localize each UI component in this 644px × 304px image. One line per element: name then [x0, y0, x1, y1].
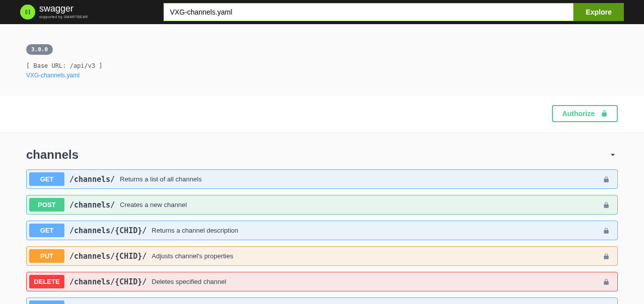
operations-list: GET/channels/Returns a list of all chann… [26, 169, 618, 304]
lock-icon [603, 227, 610, 234]
tag-section: channels GET/channels/Returns a list of … [26, 133, 618, 304]
operation-row[interactable]: GET/channels/{CHID}/meta/Returns array o… [26, 297, 618, 304]
explore-button[interactable]: Explore [574, 3, 624, 21]
authorize-button[interactable]: Authorize [552, 105, 618, 122]
spec-file-link[interactable]: VXG-channels.yaml [26, 72, 79, 79]
svg-point-2 [26, 13, 27, 14]
method-badge: GET [29, 172, 64, 186]
svg-point-1 [26, 12, 27, 13]
operation-path: /channels/{CHID}/ [69, 226, 147, 235]
operation-description: Returns a list of all channels [120, 175, 603, 183]
method-badge: GET [29, 300, 64, 304]
svg-point-5 [29, 13, 30, 14]
logo-subtext: supported by SMARTBEAR [39, 15, 88, 19]
method-badge: PUT [29, 249, 64, 263]
operation-description: Deletes specified channel [152, 278, 603, 285]
tag-header[interactable]: channels [26, 143, 618, 169]
logo[interactable]: swagger supported by SMARTBEAR [20, 5, 88, 20]
operation-row[interactable]: GET/channels/Returns a list of all chann… [26, 169, 618, 189]
operation-description: Returns a channel description [152, 227, 603, 234]
operation-path: /channels/{CHID}/ [69, 277, 147, 286]
operation-path: /channels/{CHID}/ [69, 252, 147, 261]
operation-row[interactable]: DELETE/channels/{CHID}/Deletes specified… [26, 272, 618, 291]
lock-open-icon [601, 110, 608, 117]
lock-icon [603, 253, 610, 260]
svg-point-4 [29, 12, 30, 13]
svg-point-0 [26, 10, 27, 11]
method-badge: GET [29, 224, 64, 237]
lock-icon [603, 176, 610, 183]
chevron-down-icon [608, 150, 618, 160]
base-url: [ Base URL: /api/v3 ] [26, 62, 618, 69]
operation-description: Creates a new channel [120, 201, 603, 209]
operation-description: Adjusts channel's properties [152, 252, 603, 260]
method-badge: DELETE [29, 275, 64, 288]
operation-row[interactable]: PUT/channels/{CHID}/Adjusts channel's pr… [26, 246, 618, 266]
swagger-logo-icon [20, 5, 35, 20]
topbar: swagger supported by SMARTBEAR Explore [0, 0, 644, 24]
authorize-label: Authorize [562, 110, 595, 118]
spec-url-input[interactable] [164, 3, 574, 21]
operation-path: /channels/ [69, 175, 115, 184]
lock-icon [603, 201, 610, 209]
logo-text: swagger [39, 4, 73, 14]
operation-row[interactable]: POST/channels/Creates a new channel [26, 195, 618, 215]
lock-icon [603, 278, 610, 285]
spec-url-bar: Explore [164, 3, 624, 21]
operation-row[interactable]: GET/channels/{CHID}/Returns a channel de… [26, 221, 618, 240]
operation-path: /channels/ [69, 200, 115, 210]
method-badge: POST [29, 198, 64, 212]
svg-point-3 [29, 10, 30, 11]
api-info: 3.0.0 [ Base URL: /api/v3 ] VXG-channels… [26, 24, 618, 94]
oas-version-badge: 3.0.0 [26, 44, 53, 55]
tag-title: channels [26, 148, 78, 162]
auth-section: Authorize [0, 94, 644, 133]
